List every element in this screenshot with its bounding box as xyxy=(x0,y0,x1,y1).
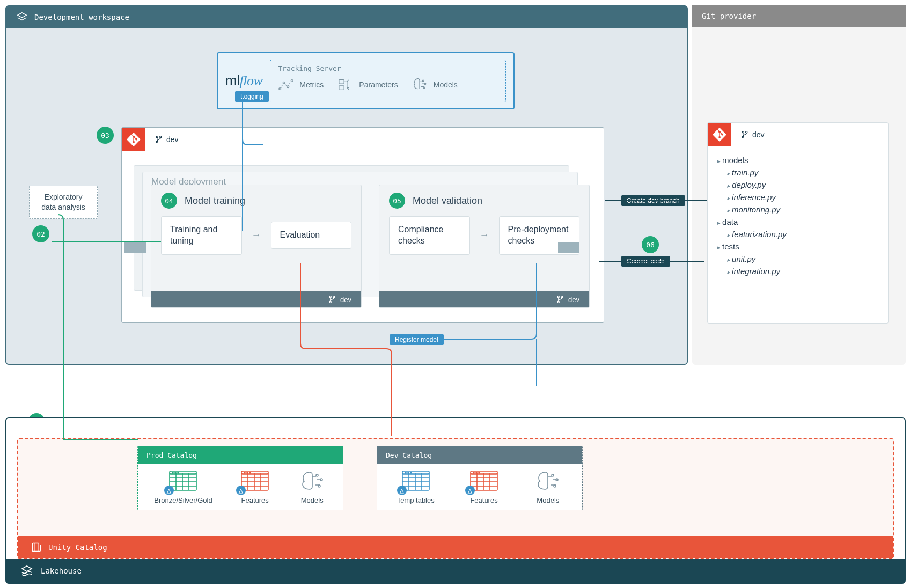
metrics-icon xyxy=(278,77,294,93)
catalog-icon xyxy=(31,542,42,553)
tree-file: inference.py xyxy=(717,191,878,203)
tree-file: monitoring.py xyxy=(717,203,878,216)
exploratory-box: Exploratory data analysis xyxy=(29,186,98,219)
prod-catalog: Prod Catalog △Bronze/Silver/Gold△Feature… xyxy=(137,446,343,510)
svg-point-37 xyxy=(408,472,409,473)
register-model-pill: Register model xyxy=(390,334,444,345)
tree-file: deploy.py xyxy=(717,179,878,191)
delta-badge-icon: △ xyxy=(397,486,407,495)
git-card: dev modelstrain.pydeploy.pyinference.pym… xyxy=(707,122,889,324)
unity-catalog-title: Unity Catalog xyxy=(48,543,107,552)
tree-folder: tests xyxy=(717,240,878,253)
unity-catalog-region: Prod Catalog △Bronze/Silver/Gold△Feature… xyxy=(17,438,894,559)
svg-point-3 xyxy=(291,80,293,82)
tree-folder: data xyxy=(717,216,878,228)
svg-point-9 xyxy=(156,136,158,138)
arrow-icon: → xyxy=(252,230,261,241)
svg-rect-5 xyxy=(339,86,344,90)
git-provider-header: Git provider xyxy=(692,5,906,27)
create-dev-branch-pill: Create dev branch xyxy=(621,195,685,206)
svg-point-2 xyxy=(287,86,289,88)
svg-point-17 xyxy=(561,296,563,298)
svg-point-13 xyxy=(329,301,331,303)
lakehouse-region: Prod Catalog △Bronze/Silver/Gold△Feature… xyxy=(5,417,906,584)
tree-folder: models xyxy=(717,154,878,166)
lakehouse-footer: Lakehouse xyxy=(6,559,905,583)
svg-point-24 xyxy=(175,472,176,473)
lakehouse-title: Lakehouse xyxy=(41,567,82,575)
tree-file: unit.py xyxy=(717,253,878,265)
branch-badge: dev xyxy=(741,130,765,139)
svg-point-38 xyxy=(410,472,412,473)
tracking-server-title: Tracking Server xyxy=(278,64,498,72)
catalog-item: Models xyxy=(298,470,327,504)
panel-footer: dev xyxy=(379,291,589,307)
tree-file: train.py xyxy=(717,166,878,179)
git-tree: modelstrain.pydeploy.pyinference.pymonit… xyxy=(708,146,888,285)
svg-point-16 xyxy=(557,301,559,303)
brain-icon xyxy=(412,77,428,93)
svg-point-1 xyxy=(283,82,285,84)
panel-title: Model validation xyxy=(413,195,482,207)
commit-code-pill: Commit code xyxy=(621,256,670,267)
delta-badge-icon: △ xyxy=(164,486,174,495)
svg-point-11 xyxy=(160,136,162,138)
lakehouse-icon xyxy=(20,564,33,577)
svg-point-43 xyxy=(479,472,480,473)
catalog-item: △Features xyxy=(240,470,269,504)
tracking-item-metrics: Metrics xyxy=(278,77,324,93)
svg-point-25 xyxy=(178,472,179,473)
branch-icon xyxy=(155,135,163,144)
svg-rect-4 xyxy=(339,80,344,84)
svg-point-6 xyxy=(422,80,424,82)
svg-rect-47 xyxy=(33,543,39,552)
panel-title: Model training xyxy=(185,195,245,207)
tracking-item-parameters: Parameters xyxy=(337,77,398,93)
catalog-item: △Temp tables xyxy=(397,470,435,504)
step-badge-04: 04 xyxy=(161,193,177,209)
catalog-item-label: Models xyxy=(301,496,324,504)
git-icon xyxy=(708,123,731,146)
tracking-item-models: Models xyxy=(412,77,458,93)
git-icon xyxy=(122,128,145,151)
layers-icon xyxy=(16,11,28,23)
branch-icon xyxy=(556,295,564,304)
development-workspace-region: Development workspace mlflow Tracking Se… xyxy=(5,5,688,365)
unity-catalog-footer: Unity Catalog xyxy=(18,536,893,558)
svg-point-0 xyxy=(279,88,281,90)
svg-point-12 xyxy=(329,296,331,298)
git-provider-region: Git provider dev modelstrain.pydeploy.py… xyxy=(692,5,906,365)
step-badge-02: 02 xyxy=(32,225,49,242)
svg-point-42 xyxy=(476,472,477,473)
dev-catalog-title: Dev Catalog xyxy=(377,446,582,464)
step-badge-05: 05 xyxy=(389,193,405,209)
tree-file: integration.py xyxy=(717,265,878,277)
git-provider-title: Git provider xyxy=(702,12,756,20)
tree-file: featurization.py xyxy=(717,228,878,240)
svg-point-29 xyxy=(247,472,248,473)
catalog-item-label: Features xyxy=(470,496,497,504)
dev-catalog: Dev Catalog △Temp tables△FeaturesModels xyxy=(377,446,583,510)
dev-workspace-title: Development workspace xyxy=(34,13,129,21)
svg-point-31 xyxy=(316,474,318,476)
runner-left xyxy=(124,242,146,253)
logging-pill: Logging xyxy=(235,91,269,102)
arrow-icon: → xyxy=(480,230,489,241)
catalog-item-label: Bronze/Silver/Gold xyxy=(154,496,212,504)
catalog-item-label: Models xyxy=(537,496,559,504)
repo-card: dev . . . Model deployment 04 Model trai… xyxy=(121,127,604,323)
mlflow-logo: mlflow xyxy=(225,72,262,89)
delta-badge-icon: △ xyxy=(236,486,246,495)
panel-footer: dev xyxy=(151,291,361,307)
parameters-icon xyxy=(337,77,354,93)
catalog-item: Models xyxy=(533,470,562,504)
svg-point-44 xyxy=(552,474,554,476)
dev-workspace-header: Development workspace xyxy=(6,6,687,28)
svg-point-10 xyxy=(156,141,158,143)
tracking-server-box: Tracking Server Metrics Parameters Model… xyxy=(270,60,506,102)
runner-right xyxy=(558,242,579,253)
svg-point-23 xyxy=(172,472,173,473)
svg-point-19 xyxy=(742,136,744,138)
delta-badge-icon: △ xyxy=(465,486,475,495)
branch-icon xyxy=(741,130,748,139)
